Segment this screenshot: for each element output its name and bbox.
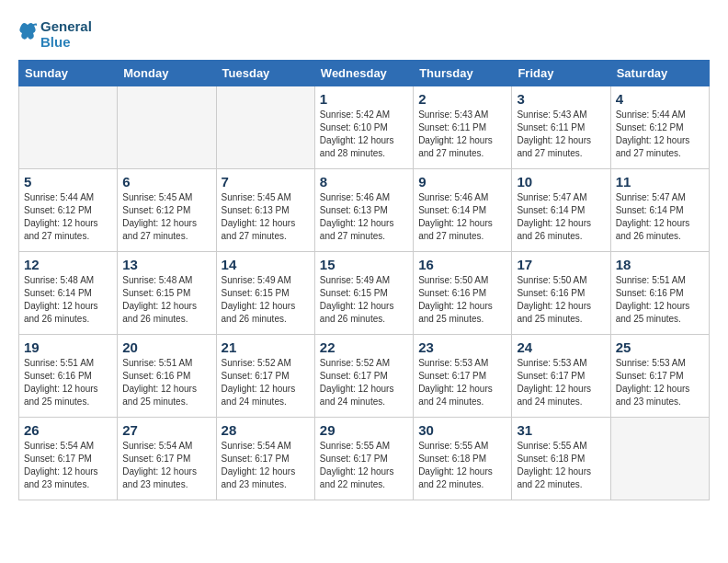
calendar-cell: 2Sunrise: 5:43 AMSunset: 6:11 PMDaylight… [414, 86, 512, 168]
calendar-cell: 27Sunrise: 5:54 AMSunset: 6:17 PMDayligh… [118, 417, 216, 500]
week-row: 26Sunrise: 5:54 AMSunset: 6:17 PMDayligh… [19, 417, 710, 500]
logo-text-general: General [40, 18, 92, 34]
calendar-cell: 3Sunrise: 5:43 AMSunset: 6:11 PMDaylight… [512, 86, 610, 168]
day-number: 24 [517, 339, 605, 355]
day-number: 25 [616, 339, 704, 355]
day-number: 14 [222, 257, 310, 272]
day-number: 6 [122, 174, 210, 190]
day-header: Saturday [610, 60, 709, 86]
calendar-cell [19, 86, 118, 168]
day-number: 29 [320, 422, 408, 438]
calendar-cell: 1Sunrise: 5:42 AMSunset: 6:10 PMDaylight… [314, 86, 413, 168]
day-number: 22 [320, 339, 408, 355]
day-info: Sunrise: 5:54 AMSunset: 6:17 PMDaylight:… [122, 440, 210, 491]
day-number: 5 [24, 174, 112, 190]
day-number: 8 [320, 174, 408, 190]
day-number: 18 [616, 257, 704, 272]
day-info: Sunrise: 5:55 AMSunset: 6:17 PMDaylight:… [320, 440, 408, 491]
day-info: Sunrise: 5:53 AMSunset: 6:17 PMDaylight:… [418, 357, 506, 408]
calendar-cell: 18Sunrise: 5:51 AMSunset: 6:16 PMDayligh… [610, 251, 709, 334]
calendar-cell: 10Sunrise: 5:47 AMSunset: 6:14 PMDayligh… [512, 168, 610, 251]
calendar-cell [610, 417, 709, 500]
day-info: Sunrise: 5:49 AMSunset: 6:15 PMDaylight:… [320, 274, 408, 326]
calendar-cell: 23Sunrise: 5:53 AMSunset: 6:17 PMDayligh… [414, 334, 512, 417]
day-number: 31 [517, 422, 605, 438]
day-info: Sunrise: 5:44 AMSunset: 6:12 PMDaylight:… [24, 191, 112, 243]
calendar-cell: 12Sunrise: 5:48 AMSunset: 6:14 PMDayligh… [19, 251, 118, 334]
day-header: Sunday [19, 60, 118, 86]
day-info: Sunrise: 5:51 AMSunset: 6:16 PMDaylight:… [24, 357, 112, 408]
day-number: 13 [122, 257, 210, 272]
calendar-cell: 20Sunrise: 5:51 AMSunset: 6:16 PMDayligh… [118, 334, 216, 417]
day-info: Sunrise: 5:53 AMSunset: 6:17 PMDaylight:… [517, 357, 605, 408]
day-info: Sunrise: 5:48 AMSunset: 6:14 PMDaylight:… [24, 274, 112, 326]
day-info: Sunrise: 5:51 AMSunset: 6:16 PMDaylight:… [122, 357, 210, 408]
day-number: 20 [122, 339, 210, 355]
day-number: 17 [517, 257, 605, 272]
calendar-cell [118, 86, 216, 168]
day-info: Sunrise: 5:51 AMSunset: 6:16 PMDaylight:… [616, 274, 704, 326]
calendar-cell: 9Sunrise: 5:46 AMSunset: 6:14 PMDaylight… [414, 168, 512, 251]
logo: General Blue [18, 18, 92, 51]
day-header: Wednesday [314, 60, 413, 86]
page-header: General Blue [18, 18, 710, 51]
day-info: Sunrise: 5:52 AMSunset: 6:17 PMDaylight:… [222, 357, 310, 408]
calendar-cell: 5Sunrise: 5:44 AMSunset: 6:12 PMDaylight… [19, 168, 118, 251]
calendar-cell [216, 86, 314, 168]
day-number: 26 [24, 422, 112, 438]
day-info: Sunrise: 5:50 AMSunset: 6:16 PMDaylight:… [418, 274, 506, 326]
day-info: Sunrise: 5:54 AMSunset: 6:17 PMDaylight:… [24, 440, 112, 491]
day-info: Sunrise: 5:47 AMSunset: 6:14 PMDaylight:… [517, 191, 605, 243]
calendar-cell: 22Sunrise: 5:52 AMSunset: 6:17 PMDayligh… [314, 334, 413, 417]
calendar-cell: 13Sunrise: 5:48 AMSunset: 6:15 PMDayligh… [118, 251, 216, 334]
day-info: Sunrise: 5:50 AMSunset: 6:16 PMDaylight:… [517, 274, 605, 326]
week-row: 1Sunrise: 5:42 AMSunset: 6:10 PMDaylight… [19, 86, 710, 168]
calendar-cell: 15Sunrise: 5:49 AMSunset: 6:15 PMDayligh… [314, 251, 413, 334]
day-number: 10 [517, 174, 605, 190]
calendar-cell: 8Sunrise: 5:46 AMSunset: 6:13 PMDaylight… [314, 168, 413, 251]
day-info: Sunrise: 5:54 AMSunset: 6:17 PMDaylight:… [222, 440, 310, 491]
logo-text-blue: Blue [40, 34, 92, 50]
day-info: Sunrise: 5:48 AMSunset: 6:15 PMDaylight:… [122, 274, 210, 326]
calendar-cell: 31Sunrise: 5:55 AMSunset: 6:18 PMDayligh… [512, 417, 610, 500]
day-info: Sunrise: 5:46 AMSunset: 6:13 PMDaylight:… [320, 191, 408, 243]
day-header: Monday [118, 60, 216, 86]
day-number: 2 [418, 91, 506, 107]
day-info: Sunrise: 5:45 AMSunset: 6:13 PMDaylight:… [222, 191, 310, 243]
calendar-table: SundayMondayTuesdayWednesdayThursdayFrid… [18, 60, 710, 500]
calendar-cell: 7Sunrise: 5:45 AMSunset: 6:13 PMDaylight… [216, 168, 314, 251]
day-number: 19 [24, 339, 112, 355]
day-header: Tuesday [216, 60, 314, 86]
day-number: 9 [418, 174, 506, 190]
day-number: 23 [418, 339, 506, 355]
day-number: 3 [517, 91, 605, 107]
calendar-cell: 17Sunrise: 5:50 AMSunset: 6:16 PMDayligh… [512, 251, 610, 334]
day-info: Sunrise: 5:47 AMSunset: 6:14 PMDaylight:… [616, 191, 704, 243]
day-info: Sunrise: 5:43 AMSunset: 6:11 PMDaylight:… [418, 109, 506, 160]
day-info: Sunrise: 5:53 AMSunset: 6:17 PMDaylight:… [616, 357, 704, 408]
week-row: 5Sunrise: 5:44 AMSunset: 6:12 PMDaylight… [19, 168, 710, 251]
day-header: Thursday [414, 60, 512, 86]
calendar-cell: 21Sunrise: 5:52 AMSunset: 6:17 PMDayligh… [216, 334, 314, 417]
day-info: Sunrise: 5:44 AMSunset: 6:12 PMDaylight:… [616, 109, 704, 160]
day-info: Sunrise: 5:49 AMSunset: 6:15 PMDaylight:… [222, 274, 310, 326]
day-number: 28 [222, 422, 310, 438]
calendar-cell: 11Sunrise: 5:47 AMSunset: 6:14 PMDayligh… [610, 168, 709, 251]
calendar-cell: 4Sunrise: 5:44 AMSunset: 6:12 PMDaylight… [610, 86, 709, 168]
day-number: 15 [320, 257, 408, 272]
day-number: 12 [24, 257, 112, 272]
day-number: 16 [418, 257, 506, 272]
day-number: 21 [222, 339, 310, 355]
day-info: Sunrise: 5:55 AMSunset: 6:18 PMDaylight:… [517, 440, 605, 491]
week-row: 19Sunrise: 5:51 AMSunset: 6:16 PMDayligh… [19, 334, 710, 417]
calendar-cell: 19Sunrise: 5:51 AMSunset: 6:16 PMDayligh… [19, 334, 118, 417]
calendar-cell: 25Sunrise: 5:53 AMSunset: 6:17 PMDayligh… [610, 334, 709, 417]
day-info: Sunrise: 5:55 AMSunset: 6:18 PMDaylight:… [418, 440, 506, 491]
calendar-cell: 28Sunrise: 5:54 AMSunset: 6:17 PMDayligh… [216, 417, 314, 500]
week-row: 12Sunrise: 5:48 AMSunset: 6:14 PMDayligh… [19, 251, 710, 334]
header-row: SundayMondayTuesdayWednesdayThursdayFrid… [19, 60, 710, 86]
logo-container: General Blue [18, 18, 92, 51]
day-info: Sunrise: 5:45 AMSunset: 6:12 PMDaylight:… [122, 191, 210, 243]
day-number: 7 [222, 174, 310, 190]
day-number: 27 [122, 422, 210, 438]
